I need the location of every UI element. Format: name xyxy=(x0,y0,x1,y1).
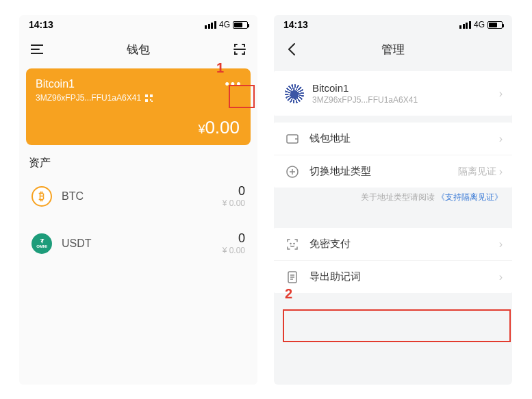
svg-rect-4 xyxy=(151,101,153,102)
scan-icon[interactable] xyxy=(225,34,255,64)
asset-fiat: ¥ 0.00 xyxy=(223,198,245,208)
segwit-link[interactable]: 《支持隔离见证》 xyxy=(437,192,503,202)
asset-row-usdt[interactable]: ₮OMNI USDT 0 ¥ 0.00 xyxy=(19,222,257,265)
document-icon xyxy=(283,271,301,283)
address-type-hint: 关于地址类型请阅读 《支持隔离见证》 xyxy=(274,188,512,205)
wallet-card[interactable]: Bitcoin1 3MZ96xFPJ5...FFU1aA6X41 ••• ¥0.… xyxy=(26,68,251,145)
wallet-name: Bitcoin1 xyxy=(36,78,241,90)
asset-fiat: ¥ 0.00 xyxy=(223,246,245,255)
usdt-icon: ₮OMNI xyxy=(31,233,52,254)
face-id-icon xyxy=(283,238,301,250)
signal-icon xyxy=(459,21,471,29)
asset-row-btc[interactable]: ₿ BTC 0 ¥ 0.00 xyxy=(19,175,257,218)
wallet-address-row[interactable]: 钱包地址 › xyxy=(274,123,512,155)
network-label: 4G xyxy=(474,20,485,29)
svg-point-8 xyxy=(294,243,294,244)
svg-rect-1 xyxy=(150,94,153,97)
menu-icon[interactable] xyxy=(22,34,52,64)
switch-value: 隔离见证 xyxy=(458,166,496,178)
nopass-pay-row[interactable]: 免密支付 › xyxy=(274,228,512,260)
chevron-right-icon: › xyxy=(499,133,503,145)
svg-rect-2 xyxy=(145,99,148,102)
wallet-info-row[interactable]: Bitcoin1 3MZ96xFPJ5...FFU1aA6X41 › xyxy=(274,71,512,116)
annotation-1: 1 xyxy=(216,60,224,76)
chevron-right-icon: › xyxy=(499,271,503,283)
assets-title: 资产 xyxy=(19,145,257,175)
status-bar: 14:13 4G xyxy=(274,15,512,34)
manage-screen: 14:13 4G 管理 Bitcoin1 3MZ96xFPJ5...FFU1aA… xyxy=(274,15,512,385)
switch-type-row[interactable]: 切换地址类型 隔离见证 › xyxy=(274,155,512,188)
asset-amount: 0 xyxy=(223,184,245,198)
wallet-balance: ¥0.00 xyxy=(198,117,240,138)
qr-icon[interactable] xyxy=(145,94,153,102)
svg-rect-3 xyxy=(150,99,151,101)
wallet-more-button[interactable]: ••• xyxy=(222,74,245,94)
row-label: 切换地址类型 xyxy=(309,165,371,178)
status-time: 14:13 xyxy=(283,19,308,30)
chevron-right-icon: › xyxy=(499,166,503,178)
network-label: 4G xyxy=(219,20,230,29)
wallet-address-row: 3MZ96xFPJ5...FFU1aA6X41 xyxy=(36,93,241,103)
row-label: 免密支付 xyxy=(309,237,351,250)
export-mnemonic-row[interactable]: 导出助记词 › xyxy=(274,260,512,293)
asset-amount: 0 xyxy=(223,231,245,246)
battery-icon xyxy=(487,21,503,29)
back-icon[interactable] xyxy=(277,34,307,64)
row-label: 钱包地址 xyxy=(309,132,351,145)
svg-rect-0 xyxy=(145,94,148,97)
asset-symbol: BTC xyxy=(62,190,84,203)
btc-icon: ₿ xyxy=(31,186,52,207)
row-label: 导出助记词 xyxy=(309,270,361,283)
wallet-address: 3MZ96xFPJ5...FFU1aA6X41 xyxy=(312,95,418,105)
chevron-right-icon: › xyxy=(499,238,503,250)
wallet-icon xyxy=(283,134,301,144)
wallet-title: 钱包 xyxy=(127,42,150,57)
annotation-2: 2 xyxy=(285,286,292,302)
asset-symbol: USDT xyxy=(62,237,92,250)
manage-header: 管理 xyxy=(274,34,512,64)
manage-title: 管理 xyxy=(381,42,405,57)
wallet-name: Bitcoin1 xyxy=(312,82,418,94)
wallet-logo-icon xyxy=(285,84,304,103)
battery-icon xyxy=(233,21,248,29)
chevron-right-icon: › xyxy=(499,88,503,100)
switch-icon xyxy=(283,166,301,178)
currency-symbol: ¥ xyxy=(198,123,205,136)
wallet-address: 3MZ96xFPJ5...FFU1aA6X41 xyxy=(36,93,141,103)
status-time: 14:13 xyxy=(29,19,53,30)
svg-point-7 xyxy=(290,243,291,244)
signal-icon xyxy=(205,21,216,29)
status-bar: 14:13 4G xyxy=(19,15,257,34)
